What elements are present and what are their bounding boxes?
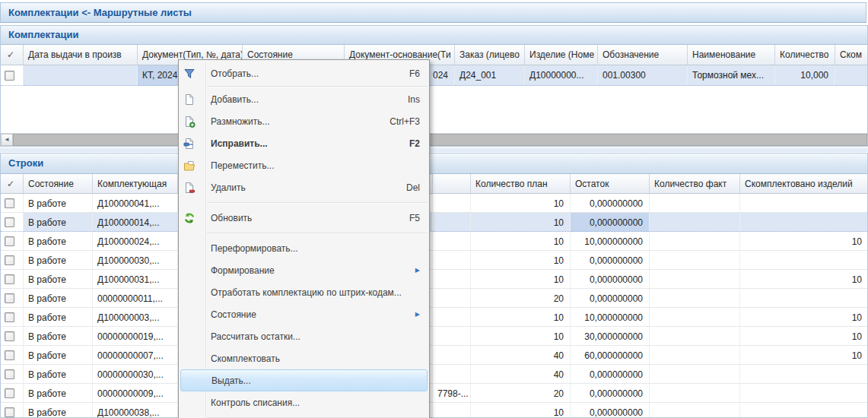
cell[interactable] (835, 65, 868, 86)
cell[interactable]: 00000000007,... (93, 346, 178, 365)
cell[interactable]: В работе (24, 365, 93, 384)
cell[interactable]: 00000000009,... (93, 384, 178, 403)
cell[interactable]: 0,000000000 (571, 289, 650, 308)
cell[interactable] (650, 308, 740, 327)
menu-item-0[interactable]: Отобрать...F6 (179, 62, 429, 84)
cell[interactable]: 00000000011,... (93, 289, 178, 308)
column-header-7[interactable]: Обозначение (598, 45, 688, 65)
cell[interactable] (433, 213, 471, 232)
cell[interactable]: 20 (471, 289, 571, 308)
table-row[interactable]: В работеД100000024,...1010,00000000010 (1, 232, 867, 251)
cell[interactable]: Д100000038,... (93, 403, 178, 418)
checkbox-cell[interactable] (1, 232, 24, 251)
cell[interactable]: 10 (740, 308, 868, 327)
cell[interactable] (740, 194, 868, 213)
cell[interactable]: Д24_001 (455, 65, 525, 86)
menu-item-17[interactable]: Контроль списания... (179, 391, 429, 413)
cell[interactable]: В работе (24, 327, 93, 346)
row-checkbox[interactable] (5, 388, 14, 398)
cell[interactable]: 10 (471, 213, 571, 232)
table-row[interactable]: В работеД100000030,...100,000000000 (1, 251, 867, 270)
column-header-10[interactable]: Ском (835, 45, 868, 65)
cell[interactable]: 30,000000000 (571, 327, 650, 346)
cell[interactable]: 10,000000000 (571, 232, 650, 251)
scroll-left-icon[interactable]: ◄ (1, 134, 13, 146)
cell[interactable] (650, 251, 740, 270)
column-header-1[interactable]: Дата выдачи в произв (24, 45, 138, 65)
cell[interactable] (433, 365, 471, 384)
row-checkbox[interactable] (5, 293, 14, 303)
menu-item-14[interactable]: Рассчитать остатки... (179, 325, 429, 347)
column-header-5[interactable]: Заказ (лицево (455, 45, 525, 65)
cell[interactable] (650, 403, 740, 418)
cell[interactable] (433, 327, 471, 346)
cell[interactable]: В работе (24, 213, 93, 232)
checkbox-cell[interactable] (1, 365, 24, 384)
checkbox-cell[interactable] (1, 251, 24, 270)
row-checkbox[interactable] (5, 217, 14, 227)
checkbox-cell[interactable] (1, 327, 24, 346)
cell[interactable]: Д100000031,... (93, 270, 178, 289)
checkbox-cell[interactable] (1, 270, 24, 289)
cell[interactable]: 0,000000000 (571, 213, 650, 232)
cell[interactable]: 10 (740, 270, 868, 289)
cell[interactable]: 0,000000000 (571, 365, 650, 384)
cell[interactable] (650, 213, 740, 232)
cell[interactable]: Д100000041,... (93, 194, 178, 213)
cell[interactable] (433, 403, 471, 418)
cell[interactable] (740, 403, 868, 418)
cell[interactable]: 10 (740, 232, 868, 251)
checkbox-cell[interactable] (1, 403, 24, 418)
cell[interactable] (650, 289, 740, 308)
cell[interactable]: В работе (24, 403, 93, 418)
table-row[interactable]: В работеД100000003,...1010,00000000010 (1, 308, 867, 327)
cell[interactable]: 10,000 (775, 65, 835, 86)
table-row[interactable]: КТ, 2024024Д24_001Д10000000...001.00300Т… (1, 65, 867, 86)
column-header-1[interactable]: Состояние (24, 174, 93, 193)
table-row[interactable]: В работеД100000014,...100,000000000 (1, 213, 867, 232)
table-row[interactable]: В работе00000000019,...1030,00000000010 (1, 327, 867, 346)
cell[interactable]: 7798-... (433, 384, 471, 403)
cell[interactable]: Д100000024,... (93, 232, 178, 251)
table-row[interactable]: В работе00000000011,...200,000000000 (1, 289, 867, 308)
table-row[interactable]: В работе00000000009,...7798-...200,00000… (1, 384, 867, 403)
cell[interactable]: В работе (24, 308, 93, 327)
cell[interactable]: 20 (471, 384, 571, 403)
table-row[interactable]: В работеД100000038,...100,000000000 (1, 403, 867, 418)
cell[interactable] (433, 251, 471, 270)
menu-item-5[interactable]: Переместить... (179, 154, 429, 176)
cell[interactable]: Д10000000... (525, 65, 598, 86)
cell[interactable] (650, 232, 740, 251)
row-checkbox[interactable] (5, 369, 14, 379)
cell[interactable]: В работе (24, 232, 93, 251)
cell[interactable]: 10 (471, 270, 571, 289)
menu-item-8[interactable]: ОбновитьF5 (179, 207, 429, 229)
cell[interactable]: 00000000030,... (93, 365, 178, 384)
column-header-7[interactable]: Количество факт (650, 174, 740, 193)
column-header-5[interactable]: Количество план (471, 174, 571, 193)
menu-item-2[interactable]: Добавить...Ins (179, 88, 429, 110)
cell[interactable]: 40 (471, 365, 571, 384)
cell[interactable] (650, 384, 740, 403)
column-header-2[interactable]: Комплектующая (93, 174, 178, 193)
column-header-0[interactable]: ✓ (1, 45, 24, 65)
menu-item-3[interactable]: Размножить...Ctrl+F3 (179, 110, 429, 132)
column-header-8[interactable]: Наименование (688, 45, 775, 65)
cell[interactable] (650, 346, 740, 365)
menu-item-6[interactable]: УдалитьDel (179, 176, 429, 198)
cell[interactable] (740, 384, 868, 403)
table-row[interactable]: В работеД100000031,...100,00000000010 (1, 270, 867, 289)
column-header-9[interactable]: Количество (775, 45, 835, 65)
cell[interactable] (740, 251, 868, 270)
menu-item-13[interactable]: Состояние▶ (179, 303, 429, 325)
menu-item-15[interactable]: Скомплектовать (179, 347, 429, 369)
cell[interactable]: 10 (471, 251, 571, 270)
menu-item-11[interactable]: Формирование▶ (179, 259, 429, 281)
menu-item-16[interactable]: Выдать... (180, 369, 428, 391)
cell[interactable] (740, 365, 868, 384)
cell[interactable]: 0,000000000 (571, 251, 650, 270)
cell[interactable]: 10 (471, 403, 571, 418)
cell[interactable]: Тормозной мех... (688, 65, 775, 86)
cell[interactable] (650, 194, 740, 213)
cell[interactable] (24, 65, 138, 86)
